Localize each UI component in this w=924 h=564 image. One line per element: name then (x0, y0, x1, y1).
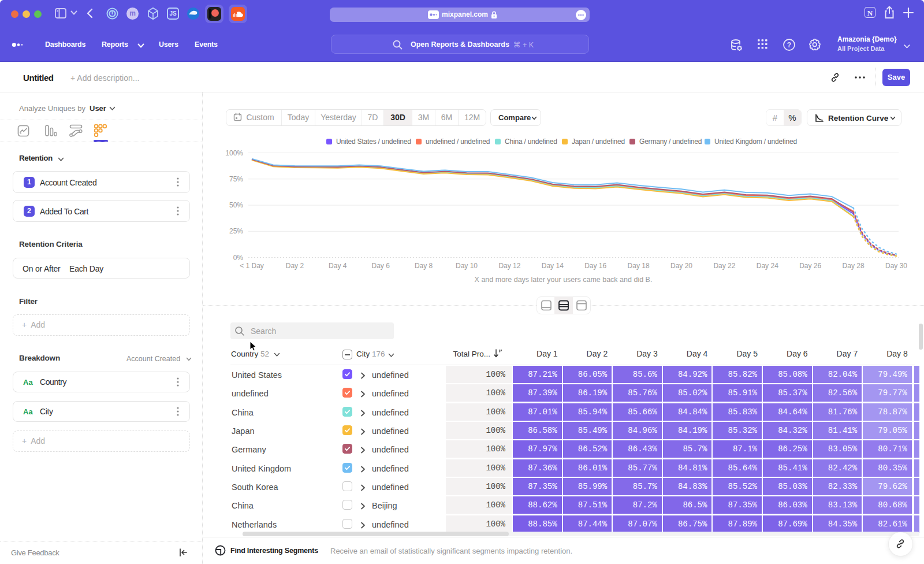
svg-text:Day 4: Day 4 (329, 262, 347, 270)
svg-text:Day 6: Day 6 (372, 262, 390, 270)
svg-text:Day 20: Day 20 (670, 262, 692, 270)
svg-text:25%: 25% (229, 227, 243, 235)
svg-text:50%: 50% (229, 201, 243, 209)
svg-text:Day 2: Day 2 (286, 262, 304, 270)
svg-text:Day 28: Day 28 (843, 262, 865, 270)
svg-text:Day 24: Day 24 (757, 262, 778, 270)
svg-text:0%: 0% (233, 254, 244, 262)
svg-text:Day 30: Day 30 (885, 262, 907, 270)
svg-text:75%: 75% (229, 175, 243, 183)
svg-text:Day 12: Day 12 (498, 262, 520, 270)
svg-text:Day 10: Day 10 (456, 262, 478, 270)
svg-text:100%: 100% (225, 149, 243, 157)
svg-text:Day 16: Day 16 (584, 262, 606, 270)
svg-text:Day 14: Day 14 (542, 262, 564, 270)
svg-text:< 1 Day: < 1 Day (240, 262, 264, 270)
svg-text:Day 26: Day 26 (799, 262, 821, 270)
svg-text:Day 22: Day 22 (713, 262, 735, 270)
svg-text:Day 8: Day 8 (415, 262, 433, 270)
svg-text:Day 18: Day 18 (628, 262, 650, 270)
